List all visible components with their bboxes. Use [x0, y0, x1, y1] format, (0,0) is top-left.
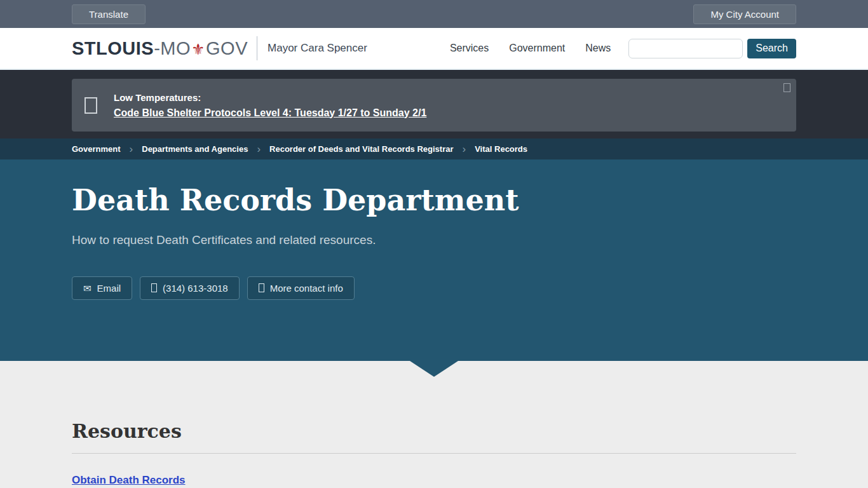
alert-collapse-icon[interactable] [783, 83, 790, 92]
logo-divider [257, 36, 257, 60]
fleur-de-lis-icon: ⚜ [191, 41, 205, 58]
breadcrumb: Government › Departments and Agencies › … [0, 139, 868, 159]
nav-item-government[interactable]: Government [509, 43, 565, 54]
page-subtitle: How to request Death Certificates and re… [72, 233, 796, 247]
breadcrumb-item-government[interactable]: Government [72, 144, 121, 154]
breadcrumb-separator: › [463, 144, 466, 154]
primary-nav: Services Government News [450, 43, 611, 54]
alert-band: Low Temperatures: Code Blue Shelter Prot… [0, 70, 868, 139]
temperature-icon [85, 97, 97, 114]
logo-text-stlouis: STLOUIS [72, 38, 154, 58]
obtain-death-records-link[interactable]: Obtain Death Records [72, 474, 186, 487]
hero-section: Death Records Department How to request … [0, 159, 868, 361]
breadcrumb-item-recorder-of-deeds[interactable]: Recorder of Deeds and Vital Records Regi… [269, 144, 453, 154]
translate-button[interactable]: Translate [72, 4, 146, 24]
alert-link[interactable]: Code Blue Shelter Protocols Level 4: Tue… [114, 107, 426, 118]
alert-text: Low Temperatures: Code Blue Shelter Prot… [114, 92, 426, 119]
search-button[interactable]: Search [747, 39, 796, 58]
phone-icon [151, 283, 157, 292]
phone-button[interactable]: (314) 613-3018 [140, 276, 240, 300]
site-header: STLOUIS-MO⚜GOV Mayor Cara Spencer Servic… [0, 28, 868, 70]
breadcrumb-item-departments[interactable]: Departments and Agencies [142, 144, 248, 154]
more-contact-info-button[interactable]: More contact info [247, 276, 355, 300]
email-button-label: Email [97, 283, 121, 294]
mayor-tagline: Mayor Cara Spencer [268, 42, 367, 55]
alert-title: Low Temperatures: [114, 92, 426, 103]
nav-item-services[interactable]: Services [450, 43, 489, 54]
search-input[interactable] [628, 39, 743, 58]
email-button[interactable]: ✉ Email [72, 276, 132, 300]
envelope-icon: ✉ [83, 283, 92, 293]
top-utility-bar: Translate My City Account [0, 0, 868, 28]
logo-text-gov: GOV [206, 38, 248, 58]
contact-buttons: ✉ Email (314) 613-3018 More contact info [72, 276, 796, 300]
search-box: Search [628, 39, 796, 58]
more-contact-info-label: More contact info [270, 283, 343, 294]
site-logo[interactable]: STLOUIS-MO⚜GOV [72, 38, 248, 59]
my-city-account-button[interactable]: My City Account [693, 4, 796, 24]
breadcrumb-separator: › [257, 144, 261, 154]
alert-card: Low Temperatures: Code Blue Shelter Prot… [72, 79, 796, 132]
phone-button-label: (314) 613-3018 [163, 283, 228, 294]
breadcrumb-item-vital-records[interactable]: Vital Records [475, 144, 527, 154]
section-divider [72, 453, 796, 454]
hero-arrow-decoration [410, 361, 458, 377]
logo-text-mo: -MO [154, 38, 191, 58]
page-title: Death Records Department [72, 184, 796, 217]
resources-heading: Resources [72, 420, 796, 442]
info-icon [259, 283, 264, 292]
breadcrumb-separator: › [130, 144, 133, 154]
nav-item-news[interactable]: News [585, 43, 611, 54]
main-content: Resources Obtain Death Records [0, 377, 868, 487]
